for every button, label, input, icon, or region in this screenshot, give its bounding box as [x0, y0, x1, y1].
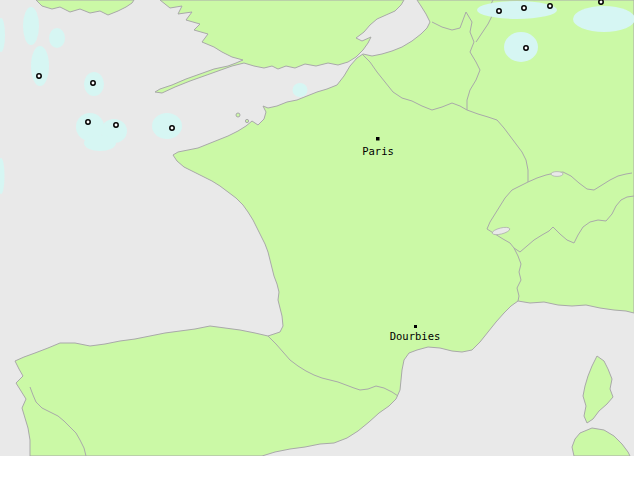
- precip-marker-icon: [524, 46, 528, 50]
- city-label-dourbies: Dourbies: [390, 330, 441, 342]
- precip-marker-icon: [497, 9, 501, 13]
- precip-patch: [477, 1, 557, 19]
- precip-marker-icon: [170, 126, 174, 130]
- precip-patch: [49, 28, 65, 48]
- lake-constance: [551, 172, 563, 177]
- precip-marker-icon: [599, 0, 603, 4]
- precip-patch: [23, 7, 39, 45]
- weather-map-page: Paris Dourbies Precipitation [mm] GFS 0.…: [0, 0, 634, 490]
- precip-marker-icon: [91, 81, 95, 85]
- precip-patch: [31, 46, 49, 86]
- precip-patch: [293, 83, 308, 97]
- city-label-paris: Paris: [362, 145, 394, 157]
- precip-patch: [152, 113, 182, 139]
- precip-patch: [84, 135, 116, 151]
- land-channel-island: [236, 113, 240, 117]
- map-canvas: Paris Dourbies: [0, 0, 634, 456]
- precip-marker-icon: [37, 74, 41, 78]
- legend-band: Precipitation [mm] GFS 0.10.512510152025…: [0, 456, 634, 490]
- paris-marker-icon: [376, 137, 380, 141]
- land-channel-island: [245, 119, 248, 122]
- precip-marker-icon: [522, 6, 526, 10]
- precip-patch: [573, 6, 634, 32]
- precip-marker-icon: [86, 120, 90, 124]
- precip-marker-icon: [114, 123, 118, 127]
- dourbies-marker-icon: [414, 325, 417, 328]
- precip-marker-icon: [548, 4, 552, 8]
- precip-patch: [504, 32, 538, 62]
